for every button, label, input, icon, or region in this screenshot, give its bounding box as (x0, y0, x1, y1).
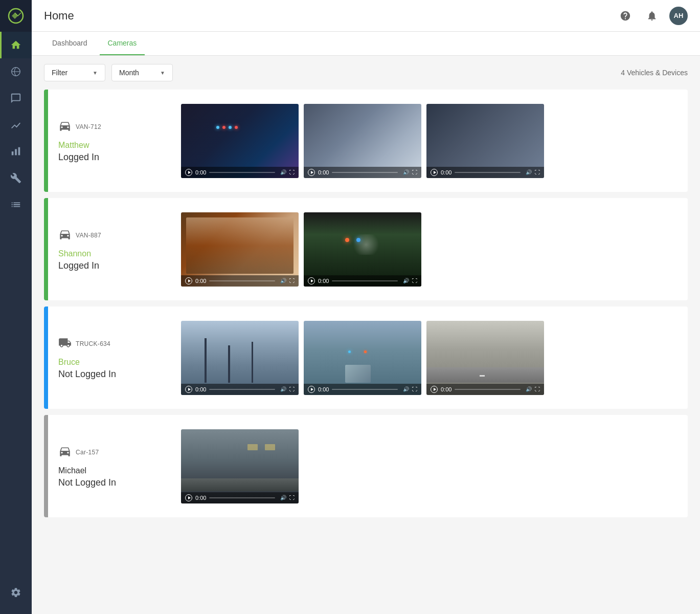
video-progress (209, 280, 275, 281)
header-actions: AH (616, 7, 688, 25)
vehicle-icon (58, 336, 72, 352)
month-chevron-icon: ▼ (160, 70, 165, 76)
sidebar-item-tools[interactable] (0, 165, 32, 191)
video-time: 0:00 (441, 169, 451, 176)
sidebar-item-messages[interactable] (0, 85, 32, 112)
login-status: Logged In (58, 260, 171, 271)
play-button[interactable] (185, 277, 192, 284)
vehicle-id-row: VAN-887 (58, 228, 171, 243)
sidebar (0, 0, 32, 614)
login-status: Not Logged In (58, 369, 171, 380)
driver-name: Michael (58, 466, 171, 475)
driver-name: Shannon (58, 249, 171, 258)
expand-icon: ⛶ (289, 169, 295, 175)
filter-dropdown[interactable]: Filter ▼ (44, 64, 105, 81)
vehicle-id-row: TRUCK-634 (58, 336, 171, 352)
volume-icon: 🔊 (280, 386, 286, 392)
user-avatar[interactable]: AH (669, 7, 688, 25)
video-thumbnail[interactable]: 0:00 🔊 ⛶ (181, 321, 299, 395)
videos-area: 0:00 🔊 ⛶ (181, 415, 688, 517)
status-bar-green (44, 90, 48, 192)
sidebar-item-sports[interactable] (0, 58, 32, 85)
play-button[interactable] (185, 386, 192, 393)
video-time: 0:00 (195, 169, 206, 176)
status-bar-blue (44, 306, 48, 409)
video-time: 0:00 (195, 495, 206, 501)
filter-chevron-icon: ▼ (93, 70, 98, 76)
driver-name: Matthew (58, 141, 171, 150)
filter-label: Filter (52, 69, 67, 77)
vehicles-count: 4 Vehicles & Devices (621, 69, 688, 77)
play-button[interactable] (185, 169, 192, 176)
volume-icon: 🔊 (403, 386, 409, 392)
vehicle-id-text: VAN-887 (76, 232, 101, 239)
vehicle-info: Car-157 Michael Not Logged In (48, 415, 181, 517)
video-thumbnail[interactable]: 0:00 🔊 ⛶ (181, 104, 299, 178)
tab-cameras[interactable]: Cameras (100, 32, 145, 55)
video-thumbnail[interactable]: 0:00 🔊 ⛶ (304, 212, 421, 287)
video-progress (455, 389, 521, 390)
expand-icon: ⛶ (535, 386, 540, 392)
video-thumbnail[interactable]: 0:00 🔊 ⛶ (181, 212, 299, 287)
app-logo (0, 0, 32, 32)
vehicle-info: VAN-887 Shannon Logged In (48, 198, 181, 300)
page-title: Home (44, 9, 616, 23)
play-button[interactable] (308, 277, 315, 284)
video-progress (455, 172, 521, 173)
tab-dashboard[interactable]: Dashboard (44, 32, 96, 55)
volume-icon: 🔊 (526, 169, 532, 175)
svg-rect-4 (18, 147, 20, 156)
help-button[interactable] (616, 7, 635, 25)
video-progress (209, 497, 275, 498)
sidebar-item-analytics[interactable] (0, 112, 32, 138)
content-area: VAN-712 Matthew Logged In 0:00 🔊 ⛶ (32, 90, 700, 614)
video-progress (209, 172, 275, 173)
vehicle-id-text: TRUCK-634 (76, 340, 110, 347)
video-progress (209, 389, 275, 390)
play-button[interactable] (308, 386, 315, 393)
videos-area: 0:00 🔊 ⛶ 0:00 🔊 ⛶ (181, 90, 688, 192)
video-time: 0:00 (441, 386, 451, 392)
video-thumbnail[interactable]: 0:00 🔊 ⛶ (181, 429, 299, 503)
play-button[interactable] (431, 386, 438, 393)
videos-area: 0:00 🔊 ⛶ 0:00 🔊 ⛶ (181, 198, 688, 300)
sidebar-item-list[interactable] (0, 191, 32, 218)
video-time: 0:00 (318, 386, 329, 392)
video-thumbnail[interactable]: 0:00 🔊 ⛶ (304, 104, 421, 178)
volume-icon: 🔊 (526, 386, 532, 392)
video-thumbnail[interactable]: 0:00 🔊 ⛶ (426, 104, 544, 178)
vehicle-icon (58, 228, 72, 243)
play-button[interactable] (185, 494, 192, 501)
month-dropdown[interactable]: Month ▼ (111, 64, 173, 81)
expand-icon: ⛶ (535, 169, 540, 175)
sidebar-item-settings[interactable] (0, 579, 32, 606)
vehicle-id-row: VAN-712 (58, 119, 171, 135)
video-progress (332, 172, 398, 173)
tab-bar: Dashboard Cameras (32, 32, 700, 56)
status-bar-grey (44, 415, 48, 517)
expand-icon: ⛶ (289, 386, 295, 392)
month-label: Month (119, 69, 139, 77)
play-button[interactable] (308, 169, 315, 176)
play-button[interactable] (431, 169, 438, 176)
expand-icon: ⛶ (412, 386, 417, 392)
vehicle-icon (58, 119, 72, 135)
expand-icon: ⛶ (289, 278, 295, 283)
vehicle-row: VAN-712 Matthew Logged In 0:00 🔊 ⛶ (44, 90, 688, 192)
driver-name: Bruce (58, 358, 171, 367)
login-status: Not Logged In (58, 477, 171, 488)
vehicle-row: VAN-887 Shannon Logged In 0:00 🔊 ⛶ (44, 198, 688, 300)
sidebar-item-home[interactable] (0, 32, 32, 58)
video-thumbnail[interactable]: 0:00 🔊 ⛶ (426, 321, 544, 395)
notifications-button[interactable] (643, 7, 661, 25)
video-thumbnail[interactable]: 0:00 🔊 ⛶ (304, 321, 421, 395)
volume-icon: 🔊 (403, 278, 409, 283)
sidebar-item-barchart[interactable] (0, 138, 32, 165)
vehicle-info: VAN-712 Matthew Logged In (48, 90, 181, 192)
expand-icon: ⛶ (289, 495, 295, 500)
video-progress (332, 389, 398, 390)
video-progress (332, 280, 398, 281)
status-bar-green (44, 198, 48, 300)
vehicle-icon (58, 445, 72, 460)
vehicle-info: TRUCK-634 Bruce Not Logged In (48, 306, 181, 409)
